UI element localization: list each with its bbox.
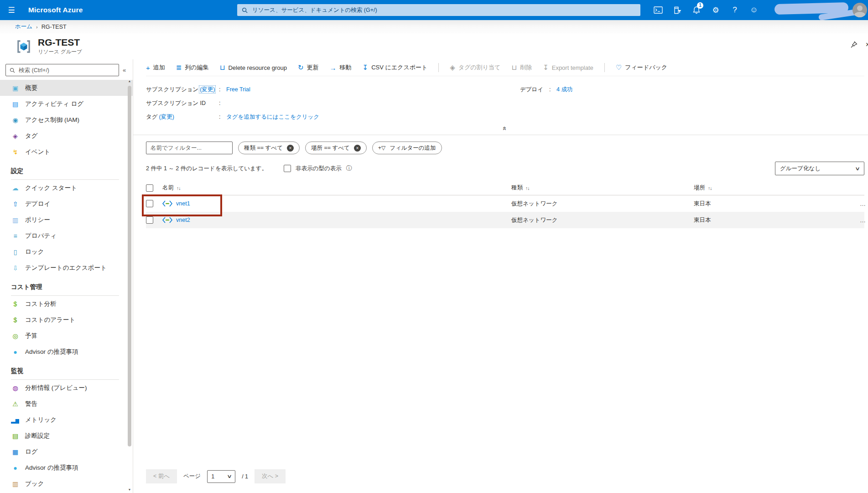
sidebar-item[interactable]: $ コストのアラート xyxy=(0,312,133,328)
sidebar-item[interactable]: ▤ 診断設定 xyxy=(0,428,133,444)
sidebar-item[interactable]: ≡ プロパティ xyxy=(0,228,133,244)
redacted-account-info xyxy=(774,2,849,15)
info-icon[interactable]: ⓘ xyxy=(346,164,352,173)
sidebar-item[interactable]: ◈ タグ xyxy=(0,128,133,144)
resource-name-link[interactable]: vnet2 xyxy=(176,217,190,223)
resource-name-link[interactable]: vnet1 xyxy=(176,200,190,207)
feedback-smiley-icon[interactable]: ☺ xyxy=(744,0,764,20)
column-header-type[interactable]: 種類 ↑↓ xyxy=(511,184,694,192)
sidebar-item[interactable]: ▯ ロック xyxy=(0,244,133,260)
menu-icon[interactable]: ☰ xyxy=(0,5,23,15)
search-icon xyxy=(10,68,15,73)
page-select[interactable]: 1 ∨ xyxy=(207,470,235,483)
page-header: RG-TEST リソース グループ × xyxy=(0,33,868,59)
toolbar-button[interactable]: ⊔ Delete resource group xyxy=(220,63,287,72)
close-blade-icon[interactable]: × xyxy=(866,41,868,49)
collapse-essentials-icon[interactable]: « xyxy=(501,126,509,130)
remove-filter-icon[interactable]: × xyxy=(354,145,361,152)
remove-filter-icon[interactable]: × xyxy=(287,145,294,152)
toolbar-button[interactable]: ≣ 列の編集 xyxy=(176,63,209,72)
sidebar-item[interactable]: ⇧ デプロイ xyxy=(0,196,133,212)
sidebar-item-label: 概要 xyxy=(25,84,37,92)
sidebar-search-input[interactable] xyxy=(18,67,115,74)
toolbar-button[interactable]: + 追加 xyxy=(146,63,165,72)
row-checkbox[interactable] xyxy=(146,200,153,207)
toolbar-button[interactable]: ◈ タグの割り当て xyxy=(450,63,500,72)
sidebar-item[interactable]: ☁ クイック スタート xyxy=(0,180,133,196)
name-filter-input[interactable] xyxy=(146,142,233,154)
toolbar-button[interactable]: ↧ CSV にエクスポート xyxy=(363,63,428,72)
subscription-value-link[interactable]: Free Trial xyxy=(226,86,250,93)
toolbar-button[interactable]: ♡ フィードバック xyxy=(616,63,667,72)
sidebar-search: « xyxy=(5,64,129,76)
sidebar-item[interactable]: $ コスト分析 xyxy=(0,296,133,312)
row-checkbox[interactable] xyxy=(146,216,153,224)
toolbar-button-label: 追加 xyxy=(153,63,165,72)
cloud-shell-icon[interactable] xyxy=(649,0,668,20)
help-icon[interactable]: ? xyxy=(725,0,744,20)
sidebar-item[interactable]: ▥ ブック xyxy=(0,476,133,492)
sidebar-item[interactable]: ● Advisor の推奨事項 xyxy=(0,344,133,360)
quickstart-icon: ☁ xyxy=(11,184,19,192)
sidebar-scrollbar[interactable]: ▲ ▼ xyxy=(127,78,132,493)
breadcrumb-home[interactable]: ホーム xyxy=(15,23,32,31)
sidebar-item[interactable]: ▥ ポリシー xyxy=(0,212,133,228)
access-control-icon: ◉ xyxy=(11,116,19,124)
global-search-input[interactable] xyxy=(251,6,636,14)
sidebar-item[interactable]: ▤ アクティビティ ログ xyxy=(0,96,133,112)
column-header-name[interactable]: 名前 ↑↓ xyxy=(162,184,511,192)
next-page-button[interactable]: 次へ > xyxy=(255,469,286,483)
directory-filter-icon[interactable] xyxy=(668,0,687,20)
page-title-block: RG-TEST リソース グループ xyxy=(38,37,82,55)
export-csv-icon: ↧ xyxy=(363,63,369,72)
type-filter-pill[interactable]: 種類 == すべて × xyxy=(238,142,300,154)
column-header-location[interactable]: 場所 ↑↓ xyxy=(694,184,864,192)
topbar: ☰ Microsoft Azure 1 ⚙ ? ☺ xyxy=(0,0,868,20)
settings-gear-icon[interactable]: ⚙ xyxy=(706,0,725,20)
toolbar-button[interactable]: ↻ 更新 xyxy=(298,63,319,72)
export-template-icon: ⇩ xyxy=(11,264,19,272)
row-context-menu-icon[interactable]: … xyxy=(860,217,866,224)
sidebar-item[interactable]: ↯ イベント xyxy=(0,144,133,160)
pin-icon[interactable] xyxy=(850,41,858,48)
separator: : xyxy=(549,86,556,93)
sidebar-collapse-icon[interactable]: « xyxy=(123,67,129,73)
grouping-dropdown[interactable]: グループ化なし ∨ xyxy=(775,162,864,175)
sidebar-item[interactable]: ⇩ テンプレートのエクスポート xyxy=(0,260,133,276)
sidebar-item[interactable]: ◎ 予算 xyxy=(0,328,133,344)
brand-title[interactable]: Microsoft Azure xyxy=(28,6,83,14)
avatar[interactable] xyxy=(852,3,867,17)
location-filter-pill[interactable]: 場所 == すべて × xyxy=(305,142,367,154)
toolbar-button-label: CSV にエクスポート xyxy=(371,63,427,72)
row-context-menu-icon[interactable]: … xyxy=(860,200,866,207)
add-filter-pill[interactable]: +▽ フィルターの追加 xyxy=(372,142,442,154)
subscription-change-link[interactable]: (変更) xyxy=(200,86,215,93)
show-hidden-types-checkbox[interactable] xyxy=(284,165,291,172)
sidebar-item[interactable]: ▂▅▃ メトリック xyxy=(0,412,133,428)
toolbar-button[interactable]: ⊔ 削除 xyxy=(511,63,532,72)
table-row[interactable]: vnet1 仮想ネットワーク 東日本 … xyxy=(146,195,864,212)
sidebar-item[interactable]: ◍ 分析情報 (プレビュー) xyxy=(0,380,133,396)
select-all-checkbox[interactable] xyxy=(146,184,153,192)
sidebar-item[interactable]: ◉ アクセス制御 (IAM) xyxy=(0,112,133,128)
locks-icon: ▯ xyxy=(11,248,19,256)
policies-icon: ▥ xyxy=(11,216,19,224)
scrollbar-thumb[interactable] xyxy=(128,86,131,446)
deployments-value-link[interactable]: 4 成功 xyxy=(556,86,572,94)
tags-change-link[interactable]: (変更) xyxy=(159,114,174,120)
toolbar-divider xyxy=(438,63,439,72)
scroll-up-icon[interactable]: ▲ xyxy=(127,79,132,83)
sidebar-item[interactable]: ● Advisor の推奨事項 xyxy=(0,460,133,476)
sidebar-item[interactable]: ⚠ 警告 xyxy=(0,396,133,412)
add-tags-link[interactable]: タグを追加するにはここをクリック xyxy=(226,113,319,121)
sidebar-item[interactable]: ▦ ログ xyxy=(0,444,133,460)
toolbar-button[interactable]: → 移動 xyxy=(330,63,352,72)
type-filter-label: 種類 == すべて xyxy=(244,144,283,152)
prev-page-button[interactable]: < 前へ xyxy=(146,469,177,483)
table-row[interactable]: vnet2 仮想ネットワーク 東日本 … xyxy=(146,212,864,228)
toolbar-button[interactable]: ↧ Export template xyxy=(543,63,593,72)
scroll-down-icon[interactable]: ▼ xyxy=(127,488,132,491)
sidebar-section-header: 監視 xyxy=(11,364,119,380)
notifications-icon[interactable]: 1 xyxy=(687,0,706,20)
sidebar-item[interactable]: ▣ 概要 xyxy=(0,80,133,96)
